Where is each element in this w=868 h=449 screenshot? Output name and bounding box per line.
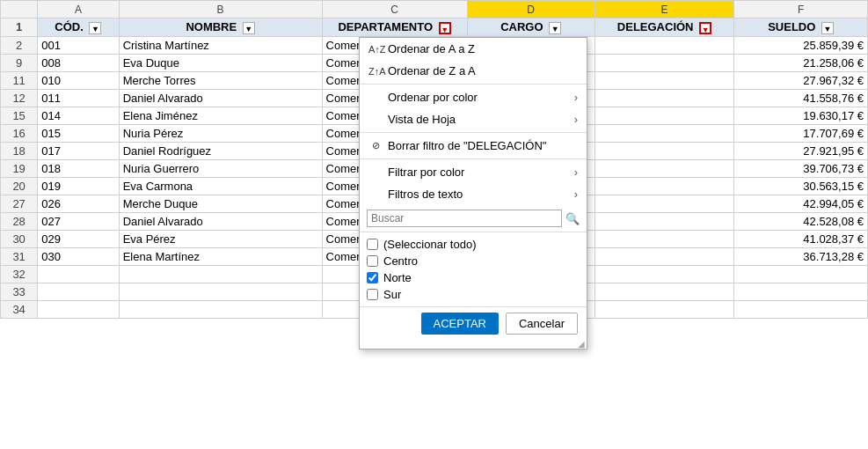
data-cell[interactable] [734, 265, 868, 283]
data-cell[interactable] [594, 265, 733, 283]
data-cell[interactable]: Daniel Rodríguez [119, 142, 322, 159]
data-cell[interactable] [594, 177, 733, 195]
data-cell[interactable]: 19.630,17 € [734, 107, 868, 124]
data-cell[interactable]: Elena Martínez [119, 247, 322, 265]
data-cell[interactable]: 41.028,37 € [734, 230, 868, 247]
data-cell[interactable]: Eva Duque [119, 54, 322, 71]
data-cell[interactable]: 21.258,06 € [734, 54, 868, 71]
data-cell[interactable] [594, 247, 733, 265]
data-cell[interactable] [594, 300, 733, 318]
data-cell[interactable]: 008 [38, 54, 119, 71]
data-cell[interactable]: Cristina Martínez [119, 36, 322, 54]
filter-btn-cargo[interactable]: ▼ [549, 22, 561, 34]
checkbox-item-centro[interactable]: Centro [367, 253, 580, 269]
col-letter-a[interactable]: A [38, 1, 119, 18]
checkbox-item-norte[interactable]: Norte [367, 269, 580, 286]
data-cell[interactable] [38, 265, 119, 283]
filter-btn-sueldo[interactable]: ▼ [821, 22, 834, 34]
data-cell[interactable]: 39.706,73 € [734, 159, 868, 177]
data-cell[interactable]: 010 [38, 71, 119, 89]
data-cell[interactable] [594, 107, 733, 124]
data-cell[interactable]: 25.859,39 € [734, 36, 868, 54]
row-number-cell[interactable]: 19 [1, 159, 38, 177]
checkbox-item-select-all[interactable]: (Seleccionar todo) [367, 236, 580, 253]
data-cell[interactable] [734, 283, 868, 300]
data-cell[interactable] [594, 89, 733, 107]
data-cell[interactable] [594, 124, 733, 142]
menu-item-sort-za[interactable]: Z↑AOrdenar de Z a A [360, 60, 587, 82]
data-cell[interactable] [594, 230, 733, 247]
checkbox-centro[interactable] [367, 255, 378, 267]
row-number-cell[interactable]: 16 [1, 124, 38, 142]
row-number-cell[interactable]: 2 [1, 36, 38, 54]
accept-button[interactable]: ACEPTAR [421, 313, 499, 335]
data-cell[interactable]: 014 [38, 107, 119, 124]
col-letter-e[interactable]: E [594, 1, 733, 18]
data-cell[interactable]: Daniel Alvarado [119, 212, 322, 230]
data-cell[interactable]: 42.994,05 € [734, 195, 868, 212]
data-cell[interactable]: Nuria Guerrero [119, 159, 322, 177]
filter-btn-nombre[interactable]: ▼ [243, 22, 255, 34]
checkbox-norte[interactable] [367, 272, 378, 283]
data-cell[interactable]: 42.528,08 € [734, 212, 868, 230]
data-cell[interactable] [119, 283, 322, 300]
data-cell[interactable]: 41.558,76 € [734, 89, 868, 107]
row-number-cell[interactable]: 31 [1, 247, 38, 265]
menu-item-sort-az[interactable]: A↑ZOrdenar de A a Z [360, 38, 587, 60]
data-cell[interactable]: 017 [38, 142, 119, 159]
checkbox-item-sur[interactable]: Sur [367, 286, 580, 303]
resize-handle[interactable]: ◢ [360, 340, 587, 349]
data-cell[interactable] [594, 212, 733, 230]
data-cell[interactable]: 36.713,28 € [734, 247, 868, 265]
data-cell[interactable]: 27.967,32 € [734, 71, 868, 89]
row-number-cell[interactable]: 9 [1, 54, 38, 71]
data-cell[interactable]: 030 [38, 247, 119, 265]
data-cell[interactable]: 018 [38, 159, 119, 177]
filter-btn-delegacion[interactable]: ▼ [699, 22, 711, 34]
data-cell[interactable]: Merche Torres [119, 71, 322, 89]
col-letter-f[interactable]: F [734, 1, 868, 18]
row-number-cell[interactable]: 27 [1, 195, 38, 212]
row-number-cell[interactable]: 33 [1, 283, 38, 300]
data-cell[interactable]: Eva Carmona [119, 177, 322, 195]
row-number-cell[interactable]: 34 [1, 300, 38, 318]
data-cell[interactable] [119, 300, 322, 318]
data-cell[interactable]: 001 [38, 36, 119, 54]
data-cell[interactable]: Nuria Pérez [119, 124, 322, 142]
data-cell[interactable] [119, 265, 322, 283]
data-cell[interactable]: Daniel Alvarado [119, 89, 322, 107]
data-cell[interactable] [594, 159, 733, 177]
filter-btn-departamento[interactable]: ▼ [439, 22, 451, 34]
menu-item-filter-color[interactable]: Filtrar por color› [360, 161, 587, 183]
menu-item-clear-filter[interactable]: ⊘Borrar filtro de "DELEGACIÓN" [360, 135, 587, 157]
checkbox-select-all[interactable] [367, 239, 378, 250]
row-number-cell[interactable]: 12 [1, 89, 38, 107]
data-cell[interactable] [594, 283, 733, 300]
filter-btn-cod[interactable]: ▼ [89, 22, 101, 34]
row-number-cell[interactable]: 28 [1, 212, 38, 230]
data-cell[interactable] [594, 71, 733, 89]
row-number-cell[interactable]: 32 [1, 265, 38, 283]
data-cell[interactable]: 026 [38, 195, 119, 212]
data-cell[interactable]: 011 [38, 89, 119, 107]
data-cell[interactable]: Elena Jiménez [119, 107, 322, 124]
data-cell[interactable]: Merche Duque [119, 195, 322, 212]
data-cell[interactable] [38, 283, 119, 300]
col-letter-d[interactable]: D [467, 1, 594, 18]
row-number-cell[interactable]: 15 [1, 107, 38, 124]
row-number-cell[interactable]: 30 [1, 230, 38, 247]
data-cell[interactable]: 30.563,15 € [734, 177, 868, 195]
data-cell[interactable] [734, 300, 868, 318]
data-cell[interactable]: 027 [38, 212, 119, 230]
data-cell[interactable]: Eva Pérez [119, 230, 322, 247]
filter-search-input[interactable] [367, 210, 562, 227]
cancel-button[interactable]: Cancelar [506, 313, 578, 335]
data-cell[interactable] [594, 36, 733, 54]
data-cell[interactable] [594, 54, 733, 71]
row-number-cell[interactable]: 18 [1, 142, 38, 159]
data-cell[interactable]: 029 [38, 230, 119, 247]
data-cell[interactable] [594, 142, 733, 159]
menu-item-text-filter[interactable]: Filtros de texto› [360, 183, 587, 205]
data-cell[interactable]: 17.707,69 € [734, 124, 868, 142]
data-cell[interactable] [38, 300, 119, 318]
